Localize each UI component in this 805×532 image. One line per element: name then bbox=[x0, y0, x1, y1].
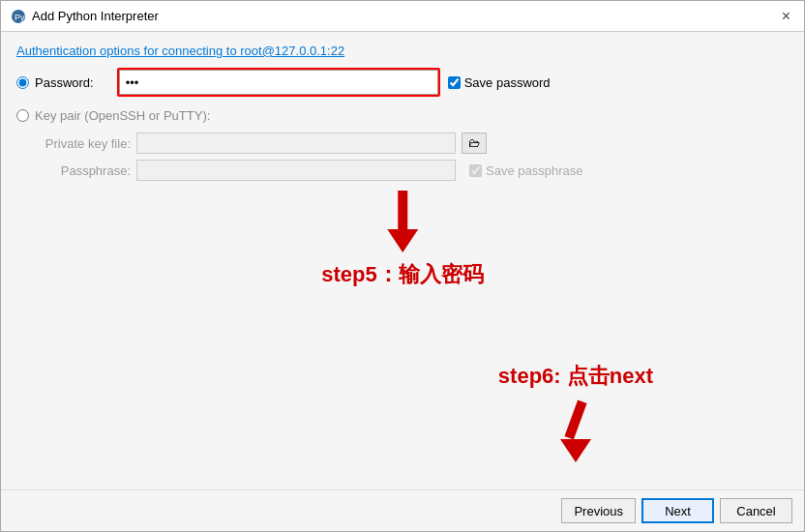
step6-text: step6: 点击next bbox=[498, 362, 653, 391]
auth-label: Authentication options for connecting to… bbox=[16, 44, 789, 58]
step5-text: step5：输入密码 bbox=[321, 260, 483, 289]
step5-arrow-shaft bbox=[398, 191, 407, 229]
save-password-row: Save password bbox=[448, 75, 551, 90]
step5-annotation: step5：输入密码 bbox=[321, 191, 483, 289]
password-input[interactable] bbox=[119, 70, 438, 95]
step5-arrow-head bbox=[387, 229, 418, 252]
private-key-row: Private key file: 🗁 bbox=[34, 133, 789, 154]
step6-annotation: step6: 点击next bbox=[498, 362, 653, 462]
keypair-radio[interactable] bbox=[16, 109, 29, 122]
passphrase-label: Passphrase: bbox=[34, 163, 131, 178]
password-radio-row: Password: Save password bbox=[16, 68, 789, 97]
password-radio-label: Password: bbox=[35, 75, 94, 90]
previous-button[interactable]: Previous bbox=[561, 498, 636, 523]
private-key-label: Private key file: bbox=[34, 136, 131, 151]
passphrase-row: Passphrase: Save passphrase bbox=[34, 160, 789, 181]
step6-arrow-head bbox=[560, 439, 591, 462]
dialog: Py Add Python Interpreter × Authenticati… bbox=[0, 0, 805, 532]
private-key-input[interactable] bbox=[136, 133, 456, 154]
python-icon: Py bbox=[11, 9, 26, 24]
next-button[interactable]: Next bbox=[641, 498, 714, 523]
save-password-checkbox[interactable] bbox=[448, 76, 461, 89]
passphrase-input[interactable] bbox=[136, 160, 456, 181]
keypair-radio-row: Key pair (OpenSSH or PuTTY): bbox=[16, 108, 789, 123]
keypair-subform: Private key file: 🗁 Passphrase: Save pas… bbox=[34, 133, 789, 181]
save-passphrase-row: Save passphrase bbox=[469, 163, 582, 178]
browse-button[interactable]: 🗁 bbox=[462, 133, 487, 154]
save-passphrase-checkbox[interactable] bbox=[469, 164, 482, 177]
password-input-wrapper bbox=[117, 68, 440, 97]
save-passphrase-label: Save passphrase bbox=[486, 163, 582, 178]
dialog-footer: Previous Next Cancel bbox=[1, 489, 804, 531]
dialog-title: Add Python Interpreter bbox=[32, 9, 159, 23]
cancel-button[interactable]: Cancel bbox=[720, 498, 792, 523]
step6-arrow-shaft bbox=[564, 399, 586, 439]
dialog-content: Authentication options for connecting to… bbox=[1, 32, 804, 489]
form-section: Password: Save password Key pair (OpenSS… bbox=[16, 68, 789, 181]
annotation-area: step5：输入密码 step6: 点击next bbox=[16, 181, 789, 482]
password-input-area: Save password bbox=[117, 68, 551, 97]
titlebar-left: Py Add Python Interpreter bbox=[11, 9, 159, 24]
titlebar: Py Add Python Interpreter × bbox=[1, 1, 804, 32]
keypair-radio-label: Key pair (OpenSSH or PuTTY): bbox=[35, 108, 210, 123]
svg-text:Py: Py bbox=[15, 13, 25, 22]
close-button[interactable]: × bbox=[778, 9, 794, 24]
save-password-label: Save password bbox=[464, 75, 551, 90]
password-radio[interactable] bbox=[16, 76, 29, 89]
folder-icon: 🗁 bbox=[468, 136, 480, 150]
